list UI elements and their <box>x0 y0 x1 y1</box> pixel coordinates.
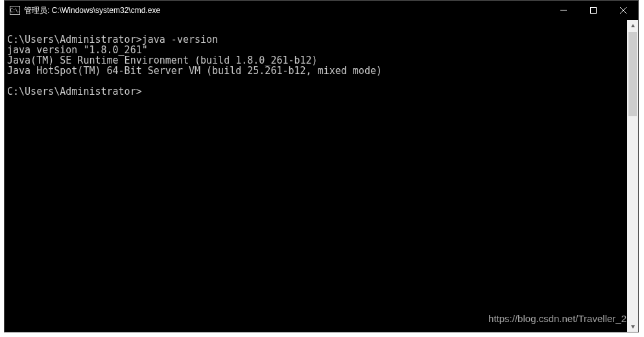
cmd-icon: C:\. <box>10 6 20 15</box>
scroll-thumb[interactable] <box>628 32 637 116</box>
cmd-window: C:\. 管理员: C:\Windows\system32\cmd.exe C:… <box>4 0 639 332</box>
close-button[interactable] <box>608 1 638 20</box>
svg-marker-4 <box>631 24 635 27</box>
scroll-down-button[interactable] <box>627 321 638 332</box>
titlebar[interactable]: C:\. 管理员: C:\Windows\system32\cmd.exe <box>5 1 638 20</box>
terminal-line: Java HotSpot(TM) 64-Bit Server VM (build… <box>7 66 625 76</box>
terminal-line: C:\Users\Administrator> <box>7 86 625 97</box>
window-title: 管理员: C:\Windows\system32\cmd.exe <box>24 5 160 16</box>
terminal-line: Java(TM) SE Runtime Environment (build 1… <box>7 55 625 66</box>
terminal-output[interactable]: C:\Users\Administrator>java -versionjava… <box>5 20 627 332</box>
vertical-scrollbar[interactable] <box>627 20 638 332</box>
svg-marker-5 <box>631 325 635 329</box>
window-controls <box>549 1 638 20</box>
minimize-button[interactable] <box>549 1 578 20</box>
terminal-line: C:\Users\Administrator>java -version <box>7 34 625 45</box>
client-area: C:\Users\Administrator>java -versionjava… <box>5 20 638 332</box>
svg-rect-1 <box>591 8 597 14</box>
scroll-up-button[interactable] <box>627 20 638 31</box>
terminal-line <box>7 76 625 86</box>
maximize-button[interactable] <box>578 1 608 20</box>
terminal-line: java version "1.8.0_261" <box>7 45 625 55</box>
terminal-line <box>7 24 625 34</box>
